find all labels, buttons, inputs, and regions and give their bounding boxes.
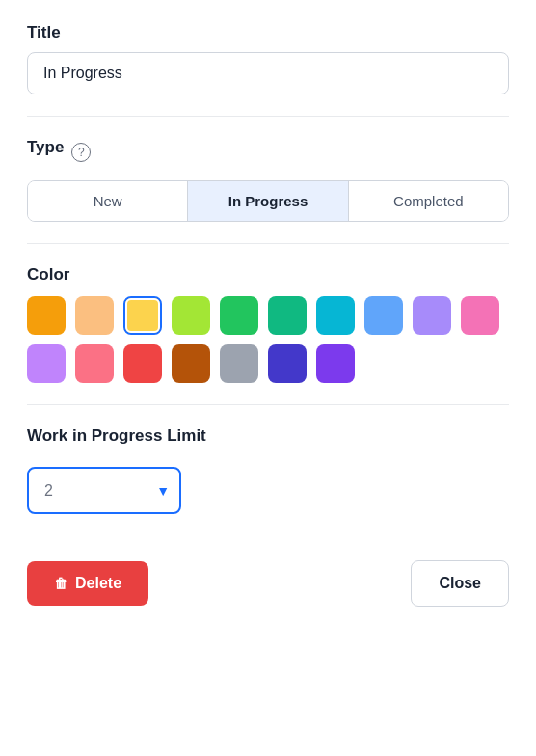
type-option-new[interactable]: New bbox=[28, 181, 188, 221]
trash-icon: 🗑 bbox=[54, 576, 67, 591]
color-swatch-yellow[interactable] bbox=[123, 296, 162, 335]
color-grid bbox=[27, 296, 509, 383]
color-swatch-pink[interactable] bbox=[461, 296, 499, 335]
color-swatch-orange[interactable] bbox=[27, 296, 66, 335]
help-icon[interactable]: ? bbox=[71, 143, 91, 162]
color-swatch-blue[interactable] bbox=[364, 296, 403, 335]
color-swatch-rose[interactable] bbox=[75, 344, 114, 383]
color-swatch-dark-purple[interactable] bbox=[316, 344, 355, 383]
type-label: Type bbox=[27, 138, 64, 157]
divider-2 bbox=[27, 243, 509, 244]
footer: 🗑 Delete Close bbox=[27, 560, 509, 607]
color-swatch-violet[interactable] bbox=[27, 344, 66, 383]
close-label: Close bbox=[439, 575, 481, 591]
type-header: Type ? bbox=[27, 138, 509, 167]
color-swatch-cyan[interactable] bbox=[316, 296, 355, 335]
wip-label: Work in Progress Limit bbox=[27, 426, 509, 446]
title-input[interactable] bbox=[27, 52, 509, 94]
color-swatch-green[interactable] bbox=[220, 296, 258, 335]
title-label: Title bbox=[27, 23, 509, 42]
divider-3 bbox=[27, 404, 509, 405]
color-swatch-teal[interactable] bbox=[268, 296, 307, 335]
color-swatch-peach[interactable] bbox=[75, 296, 114, 335]
type-option-in-progress[interactable]: In Progress bbox=[188, 181, 348, 221]
color-swatch-gray[interactable] bbox=[220, 344, 258, 383]
title-section: Title bbox=[27, 23, 509, 94]
wip-select[interactable]: 1 2 3 4 5 bbox=[27, 467, 181, 514]
wip-section: Work in Progress Limit 1 2 3 4 5 ▼ bbox=[27, 426, 509, 514]
color-swatch-red[interactable] bbox=[123, 344, 162, 383]
wip-select-wrapper: 1 2 3 4 5 ▼ bbox=[27, 467, 181, 514]
divider-1 bbox=[27, 116, 509, 117]
color-label: Color bbox=[27, 265, 509, 284]
color-swatch-lime[interactable] bbox=[172, 296, 210, 335]
color-swatch-brown[interactable] bbox=[172, 344, 210, 383]
close-button[interactable]: Close bbox=[411, 560, 509, 607]
type-selector: New In Progress Completed bbox=[27, 180, 509, 222]
color-section: Color bbox=[27, 265, 509, 383]
delete-label: Delete bbox=[75, 575, 121, 592]
delete-button[interactable]: 🗑 Delete bbox=[27, 561, 148, 606]
color-swatch-indigo[interactable] bbox=[268, 344, 307, 383]
type-option-completed[interactable]: Completed bbox=[349, 181, 508, 221]
color-swatch-purple[interactable] bbox=[413, 296, 451, 335]
type-section: Type ? New In Progress Completed bbox=[27, 138, 509, 222]
